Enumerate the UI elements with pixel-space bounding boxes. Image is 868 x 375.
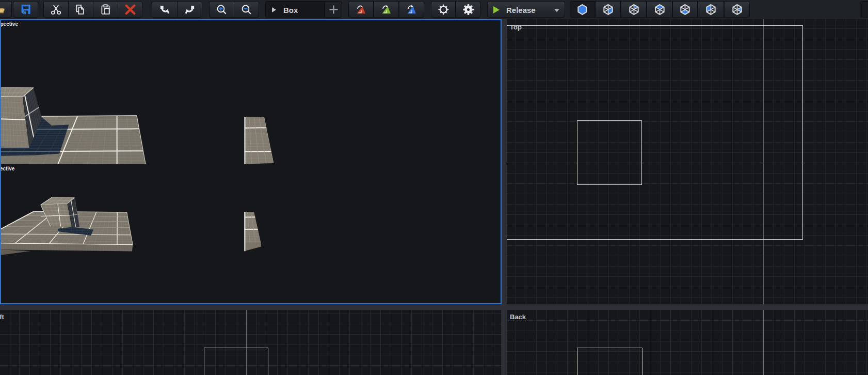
svg-text:Back: Back — [510, 313, 526, 321]
svg-text:Perspective: Perspective — [0, 21, 18, 27]
svg-text:Top: Top — [510, 23, 522, 31]
svg-text:Left: Left — [0, 313, 5, 321]
svg-text:Perspective: Perspective — [0, 166, 15, 171]
